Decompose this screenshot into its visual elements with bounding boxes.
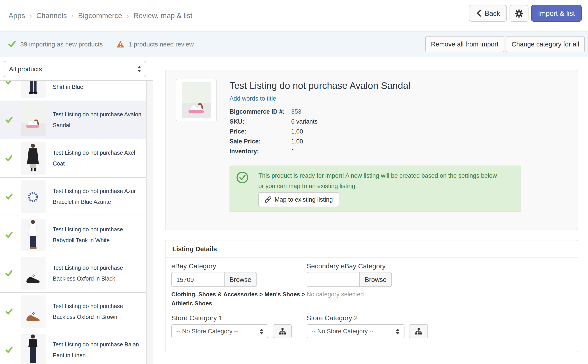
- product-thumbnail: [21, 295, 45, 328]
- secondary-ebay-category-label: Secondary eBay Category: [307, 262, 386, 270]
- product-list-item-avalon-sandal[interactable]: Test Listing do not purchase Avalon Sand…: [0, 101, 146, 139]
- row-check-icon: [5, 155, 13, 162]
- secondary-ebay-category-input[interactable]: [307, 272, 360, 287]
- store-category-1-value: -- No Store Category --: [176, 328, 238, 335]
- secondary-category-input-group: Browse: [307, 272, 392, 287]
- import-status-bar: 39 importing as new products 1 products …: [0, 31, 588, 57]
- import-button-label: Import & list: [538, 9, 575, 17]
- product-list-item-axel-coat[interactable]: Test Listing do not purchase Axel Coat: [0, 139, 146, 178]
- breadcrumb-bigcommerce[interactable]: Bigcommerce: [78, 12, 122, 20]
- row-check-icon: [5, 347, 13, 353]
- product-list-item-azur-bracelet[interactable]: Test Listing do not purchase Azur Bracel…: [0, 178, 146, 216]
- ebay-category-input-group: Browse: [171, 272, 257, 287]
- settings-button[interactable]: [510, 5, 529, 22]
- breadcrumb-apps[interactable]: Apps: [9, 12, 25, 20]
- row-check-icon: [5, 232, 13, 238]
- price-value: 1.00: [291, 128, 303, 135]
- breadcrumb-channels[interactable]: Channels: [36, 12, 67, 20]
- bigcommerce-id-label: Bigcommerce ID #:: [230, 108, 290, 115]
- product-title: Test Listing do not purchase Austin Shir…: [53, 81, 143, 92]
- breadcrumb-separator-icon: ›: [30, 12, 32, 20]
- ready-for-import-alert: This product is ready for import! A new …: [230, 166, 521, 212]
- status-summary: 39 importing as new products 1 products …: [8, 32, 194, 57]
- chevron-left-icon: [476, 9, 481, 17]
- product-title: Test Listing do not purchase Babydoll Ta…: [53, 224, 143, 246]
- ebay-category-label: eBay Category: [171, 262, 216, 270]
- row-check-icon: [5, 193, 13, 200]
- product-filter-select[interactable]: All products: [4, 61, 146, 77]
- add-words-to-title-link[interactable]: Add words to title: [230, 95, 276, 102]
- product-thumbnail: [21, 334, 45, 364]
- product-detail-title: Test Listing do not purchase Avalon Sand…: [230, 80, 410, 91]
- map-button-label: Map to existing listing: [275, 196, 333, 203]
- product-title: Test Listing do not purchase Backless Ox…: [53, 262, 143, 284]
- sale-price-value: 1.00: [291, 138, 303, 145]
- gear-icon: [515, 9, 523, 18]
- sidebar-scrollbar[interactable]: [147, 81, 153, 364]
- product-thumbnail: [21, 180, 45, 213]
- change-category-for-all-button[interactable]: Change category for all: [506, 36, 585, 52]
- product-thumbnail: [21, 257, 45, 290]
- product-list-item-austin-shirt[interactable]: Test Listing do not purchase Austin Shir…: [0, 81, 146, 101]
- product-list-item-babydoll-tank[interactable]: Test Listing do not purchase Babydoll Ta…: [0, 216, 146, 254]
- ebay-category-browse-button[interactable]: Browse: [224, 272, 257, 287]
- row-check-icon: [5, 81, 13, 85]
- product-list-wrap: Test Listing do not purchase Austin Shir…: [0, 80, 153, 364]
- store-category-2-value: -- No Store Category --: [312, 328, 374, 335]
- product-detail-fields: Bigcommerce ID #: 353 SKU: 6 variants Pr…: [230, 108, 318, 158]
- row-check-icon: [5, 117, 13, 123]
- success-check-icon: [8, 41, 16, 48]
- status-actions: Remove all from import Change category f…: [425, 32, 585, 57]
- back-button[interactable]: Back: [469, 5, 507, 22]
- listing-details-header: Listing Details: [166, 240, 578, 258]
- product-list-item-backless-oxford-black[interactable]: Test Listing do not purchase Backless Ox…: [0, 254, 146, 293]
- review-count-text: 1 products need review: [129, 41, 194, 48]
- select-caret-icon: [395, 328, 400, 335]
- app-root: Apps › Channels › Bigcommerce › Review, …: [0, 0, 588, 364]
- listing-details-card: Listing Details eBay Category Browse Clo…: [165, 240, 578, 352]
- import-and-list-button[interactable]: Import & list: [531, 5, 582, 22]
- breadcrumb-current: Review, map & list: [134, 12, 192, 20]
- alert-message: This product is ready for import! A new …: [258, 170, 497, 191]
- product-thumbnail: [21, 142, 45, 175]
- breadcrumb: Apps › Channels › Bigcommerce › Review, …: [9, 0, 192, 31]
- listing-details-title: Listing Details: [172, 240, 217, 258]
- hierarchy-icon: [278, 327, 286, 335]
- sale-price-label: Sale Price:: [230, 138, 290, 145]
- row-check-icon: [5, 270, 13, 277]
- topbar-actions: Back: [469, 5, 582, 22]
- store-category-2-tree-button[interactable]: [409, 324, 428, 338]
- bigcommerce-id-link[interactable]: 353: [291, 108, 301, 115]
- product-list-item-backless-oxford-brown[interactable]: Test Listing do not purchase Backless Ox…: [0, 293, 146, 331]
- product-filter-value: All products: [9, 65, 42, 73]
- store-category-1-select[interactable]: -- No Store Category --: [171, 324, 268, 338]
- product-title: Test Listing do not purchase Balan Pant …: [53, 339, 143, 361]
- sku-label: SKU:: [230, 118, 290, 125]
- product-thumbnail: [21, 219, 45, 251]
- main-panel: Test Listing do not purchase Avalon Sand…: [153, 57, 588, 364]
- product-title: Test Listing do not purchase Azur Bracel…: [53, 186, 143, 208]
- product-list: Test Listing do not purchase Austin Shir…: [0, 81, 147, 364]
- map-to-existing-listing-button[interactable]: Map to existing listing: [258, 192, 339, 207]
- product-photo: [176, 79, 217, 121]
- secondary-category-browse-button[interactable]: Browse: [359, 272, 392, 287]
- sku-value: 6 variants: [291, 118, 318, 125]
- top-bar: Apps › Channels › Bigcommerce › Review, …: [0, 0, 588, 31]
- ebay-category-input[interactable]: [171, 272, 225, 287]
- inventory-label: Inventory:: [230, 148, 290, 155]
- store-category-2-select[interactable]: -- No Store Category --: [307, 324, 404, 338]
- no-category-selected-text: No category selected: [307, 291, 364, 298]
- ebay-category-path: Clothing, Shoes & Accessories > Men's Sh…: [171, 290, 305, 308]
- store-category-1-tree-button[interactable]: [273, 324, 292, 338]
- store-category-1-label: Store Category 1: [171, 314, 223, 322]
- store-category-2-label: Store Category 2: [307, 314, 358, 322]
- product-title: Test Listing do not purchase Axel Coat: [53, 148, 143, 169]
- product-list-item-balan-pant[interactable]: Test Listing do not purchase Balan Pant …: [0, 331, 146, 364]
- remove-all-from-import-button[interactable]: Remove all from import: [425, 36, 504, 52]
- breadcrumb-separator-icon: ›: [127, 12, 129, 20]
- importing-count-text: 39 importing as new products: [20, 41, 103, 48]
- inventory-value: 1: [291, 148, 295, 155]
- product-thumbnail: [21, 81, 45, 98]
- product-sidebar: All products Test Listing do not purchas…: [0, 57, 153, 364]
- hierarchy-icon: [415, 327, 422, 335]
